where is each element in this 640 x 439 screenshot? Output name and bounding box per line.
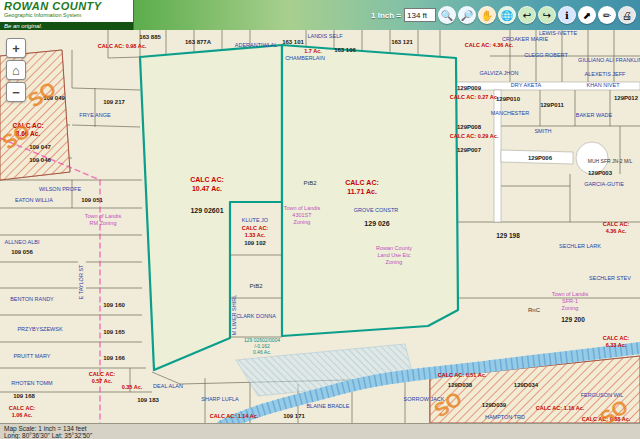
map-label: 129P012 bbox=[614, 95, 639, 101]
map-label: GALVIZA JHON bbox=[479, 70, 518, 76]
map-label: 163 106 bbox=[334, 47, 356, 53]
map-label: SFR-1 bbox=[562, 298, 578, 304]
map-label: EATON WILLIA bbox=[15, 197, 53, 203]
previous-extent-icon[interactable]: ↩ bbox=[518, 6, 536, 24]
map-label: 10.47 Ac. bbox=[192, 185, 222, 192]
measure-icon[interactable]: ✏ bbox=[598, 6, 616, 24]
logo-subtitle: Geographic Information System bbox=[0, 12, 133, 18]
map-label: ALLNEO ALBI bbox=[5, 239, 40, 245]
map-label: 129P003 bbox=[588, 170, 613, 176]
zoom-in-icon[interactable]: 🔍 bbox=[438, 6, 456, 24]
map-label: CALC AC: bbox=[9, 405, 36, 411]
logo-tagline: Be an original. bbox=[0, 22, 133, 30]
map-label: BENTON RANDY bbox=[10, 296, 54, 302]
select-icon[interactable]: ⬈ bbox=[578, 6, 596, 24]
map-label: CALC AC: bbox=[190, 176, 224, 183]
map-label: DEAL ALAN bbox=[153, 383, 183, 389]
map-label: GARCIA-GUTIE bbox=[584, 181, 624, 187]
map-label: 109 056 bbox=[11, 249, 33, 255]
map-label: PRZYBYSZEWSK bbox=[17, 326, 63, 332]
map-label: Land Use Etc bbox=[377, 252, 410, 258]
map-label: 4.36 Ac. bbox=[606, 228, 627, 234]
scale-input[interactable] bbox=[404, 8, 436, 22]
zoom-in-button[interactable]: + bbox=[6, 38, 26, 58]
map-label: 109 165 bbox=[103, 329, 125, 335]
zoom-out-button[interactable]: − bbox=[6, 82, 26, 102]
map-label: CALC AC: bbox=[89, 371, 116, 377]
map-label: 163 885 bbox=[139, 34, 161, 40]
map-label: GIULIANO ALI bbox=[578, 57, 614, 63]
next-extent-icon[interactable]: ↪ bbox=[538, 6, 556, 24]
zoom-out-icon[interactable]: 🔎 bbox=[458, 6, 476, 24]
full-extent-icon[interactable]: 🌐 bbox=[498, 6, 516, 24]
map-label: 109 051 bbox=[81, 197, 103, 203]
map-label: MANCHESTER bbox=[491, 110, 530, 116]
map-label: SHARP LUFLA bbox=[201, 396, 239, 402]
map-label: HAMPTON TRD bbox=[485, 414, 525, 420]
map-label: CROAKER MARIE bbox=[502, 36, 548, 42]
map-label: CALC AC: bbox=[345, 179, 379, 186]
map-label: CALC AC: bbox=[242, 225, 269, 231]
map-label: PtB2 bbox=[249, 283, 263, 289]
identify-icon[interactable]: ℹ bbox=[558, 6, 576, 24]
map-label: 129P009 bbox=[457, 85, 482, 91]
header: ROWAN COUNTY Geographic Information Syst… bbox=[0, 0, 640, 30]
map-label: PRUITT MARY bbox=[13, 353, 50, 359]
logo-title: ROWAN COUNTY bbox=[0, 0, 133, 12]
map-label: 129P007 bbox=[457, 147, 482, 153]
status-coordinates: Long: 80°36'30" Lat: 35°32'50" bbox=[4, 432, 636, 439]
map-label: Zoning bbox=[294, 219, 311, 225]
status-map-scale: Map Scale: 1 inch = 134 feet bbox=[4, 425, 636, 432]
map-label: WILSON PROFE bbox=[39, 186, 82, 192]
county-logo[interactable]: ROWAN COUNTY Geographic Information Syst… bbox=[0, 0, 134, 30]
map-label: 109 183 bbox=[137, 397, 159, 403]
map-label: 129P011 bbox=[540, 102, 564, 108]
rowan-gis-app: ROWAN COUNTY Geographic Information Syst… bbox=[0, 0, 640, 439]
map-label: BLAINE BRADLE bbox=[306, 403, 349, 409]
map-label: 109 168 bbox=[13, 393, 35, 399]
map-toolbar: 1 Inch = 🔍🔎✋🌐↩↪ℹ⬈✏🖨 bbox=[371, 6, 640, 24]
parcel-map[interactable]: CALC AC: 0.98 Ac.163 885163 877AADERANTI… bbox=[0, 30, 640, 423]
scale-label: 1 Inch = bbox=[371, 11, 401, 20]
map-label: MUH SFR JN-2 M/L bbox=[588, 158, 633, 164]
map-label: CALC AC: 0.51 Ac. bbox=[438, 372, 487, 378]
map-label: 1.7 Ac. bbox=[304, 48, 322, 54]
map-label: CLARK DONNA bbox=[236, 313, 276, 319]
map-label: RnC bbox=[528, 307, 541, 313]
map-label: 109 046 bbox=[29, 157, 51, 163]
map-label: DRY AKETA bbox=[511, 82, 542, 88]
map-label: LEWIS-IVETTE bbox=[539, 30, 578, 36]
map-label: PtB2 bbox=[303, 180, 317, 186]
map-label: 11.71 Ac. bbox=[347, 188, 377, 195]
pan-icon[interactable]: ✋ bbox=[478, 6, 496, 24]
home-button[interactable]: ⌂ bbox=[6, 60, 26, 80]
map-label: FRYE ANGE bbox=[79, 112, 111, 118]
map-label: 109 171 bbox=[283, 413, 305, 419]
map-label: 0.35 Ac. bbox=[122, 384, 143, 390]
map-label: RHOTEN TOMM bbox=[11, 380, 53, 386]
map-label: SECHLER STEV bbox=[589, 275, 631, 281]
map-label: 1.33 Ac. bbox=[245, 232, 266, 238]
map-label: 129 02601 bbox=[190, 207, 223, 214]
map-label: CALC AC: 1.16 Ac. bbox=[536, 405, 585, 411]
map-label: LANDIS SELF bbox=[307, 33, 343, 39]
map-label: 4301ST bbox=[292, 212, 312, 218]
map-label: 163 877A bbox=[185, 39, 212, 45]
map-label: 0.57 Ac. bbox=[92, 378, 113, 384]
map-label: ADERANTIWI AL bbox=[235, 42, 277, 48]
map-label: 1.06 Ac. bbox=[12, 412, 33, 418]
status-bar: Map Scale: 1 inch = 134 feet Long: 80°36… bbox=[0, 423, 640, 439]
map-label: 109 166 bbox=[103, 355, 125, 361]
map-label: Town of Landis bbox=[552, 291, 589, 297]
map-label: BAKER WADE bbox=[576, 112, 613, 118]
map-label: 163 101 bbox=[282, 39, 304, 45]
map-label: 6.33 Ac. bbox=[606, 342, 627, 348]
map-label: RM Zoning bbox=[90, 220, 117, 226]
map-label: CLEGG ROBERT bbox=[524, 52, 568, 58]
map-label: Town of Landis bbox=[85, 213, 122, 219]
map-label: CALC AC: 1.14 Ac. bbox=[210, 413, 259, 419]
map-label: CHAMBERLAIN bbox=[285, 55, 325, 61]
map-label: CALC AC: 0.98 Ac. bbox=[98, 43, 147, 49]
map-label: Town of Landis bbox=[284, 205, 321, 211]
print-icon[interactable]: 🖨 bbox=[618, 6, 636, 24]
